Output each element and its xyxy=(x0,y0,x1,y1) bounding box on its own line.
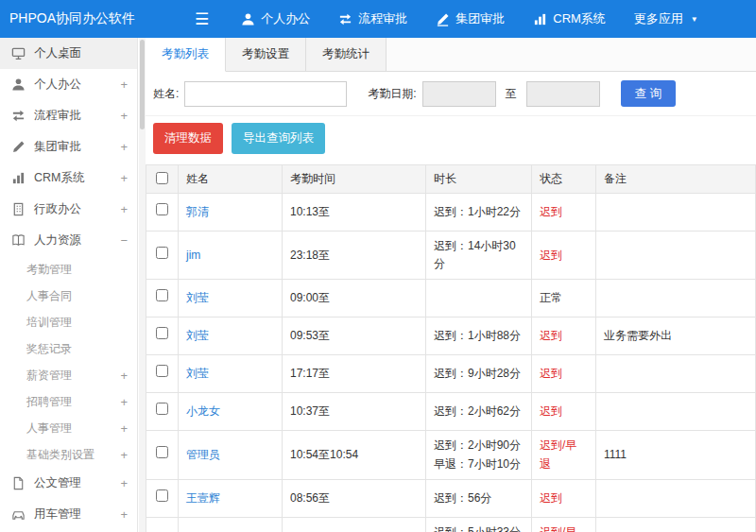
sidebar-subitem-hr-contracts[interactable]: 人事合同 xyxy=(0,283,137,309)
status-cell: 迟到 xyxy=(532,393,596,431)
employee-name-link[interactable]: 刘莹 xyxy=(186,329,209,342)
expand-icon[interactable]: + xyxy=(120,203,128,215)
sidebar-subitem-base-category-settings[interactable]: 基础类别设置 + xyxy=(0,441,137,468)
tab-attendance-settings[interactable]: 考勤设置 xyxy=(226,38,306,71)
row-checkbox[interactable] xyxy=(156,446,168,458)
employee-name-link[interactable]: jim xyxy=(186,249,200,262)
note-cell xyxy=(596,232,756,280)
expand-icon[interactable]: + xyxy=(120,508,128,521)
desktop-icon xyxy=(11,46,26,61)
duration-cell xyxy=(426,280,532,317)
sidebar-subitem-personnel-mgmt[interactable]: 人事管理 + xyxy=(0,415,137,441)
row-checkbox[interactable] xyxy=(156,289,168,301)
expand-icon[interactable]: + xyxy=(120,422,128,435)
select-all-checkbox[interactable] xyxy=(156,172,168,184)
sidebar-item-label: 集团审批 xyxy=(34,139,81,155)
sidebar-subitem-salary-mgmt[interactable]: 薪资管理 + xyxy=(0,362,137,388)
nav-workflow-approval[interactable]: 流程审批 xyxy=(338,10,407,27)
attendance-table: 姓名 考勤时间 时长 状态 备注 郭清 10:13至 迟到：1小时22分 迟到 … xyxy=(146,164,756,532)
nav-more-apps[interactable]: 更多应用 ▼ xyxy=(634,10,698,27)
clear-data-button[interactable]: 清理数据 xyxy=(153,123,223,154)
export-list-button[interactable]: 导出查询列表 xyxy=(232,123,325,154)
sidebar-item-vehicle-mgmt[interactable]: 用车管理 + xyxy=(0,499,137,530)
employee-name-link[interactable]: 小龙女 xyxy=(186,404,220,418)
column-header-time: 考勤时间 xyxy=(283,165,426,194)
nav-label: 更多应用 xyxy=(634,10,683,27)
sidebar-scrollbar[interactable] xyxy=(139,38,146,532)
table-row: 刘莹 09:00至 正常 xyxy=(146,280,756,317)
row-checkbox[interactable] xyxy=(156,403,168,415)
table-header-row: 姓名 考勤时间 时长 状态 备注 xyxy=(146,165,756,194)
nav-label: 集团审批 xyxy=(455,10,505,27)
column-header-duration: 时长 xyxy=(426,165,532,194)
nav-personal-office[interactable]: 个人办公 xyxy=(241,10,310,27)
nav-group-approval[interactable]: 集团审批 xyxy=(436,10,505,27)
expand-icon[interactable]: + xyxy=(120,477,128,489)
attendance-time: 17:17至 xyxy=(283,355,426,393)
scrollbar-thumb[interactable] xyxy=(140,40,145,129)
expand-icon[interactable]: + xyxy=(120,369,128,382)
sidebar-subitem-rewards-records[interactable]: 奖惩记录 xyxy=(0,335,137,362)
search-button[interactable]: 查 询 xyxy=(621,80,676,107)
table-row: 小龙女 10:37至 迟到：2小时62分 迟到 xyxy=(146,393,756,431)
sidebar-subitem-label: 人事管理 xyxy=(26,420,72,437)
expand-icon[interactable]: + xyxy=(120,110,128,122)
sidebar-item-label: 用车管理 xyxy=(34,506,81,523)
nav-label: 个人办公 xyxy=(261,10,310,27)
table-row: 王壹辉 08:56至 迟到：56分 迟到 xyxy=(146,479,756,517)
sidebar-item-desktop[interactable]: 个人桌面 xyxy=(0,38,137,69)
tab-attendance-stats[interactable]: 考勤统计 xyxy=(306,38,387,71)
sidebar-item-workflow-approval[interactable]: 流程审批 + xyxy=(0,100,137,131)
sidebar-item-document-mgmt[interactable]: 公文管理 + xyxy=(0,468,137,499)
duration-cell: 迟到：5小时33分早退：4小时67分 xyxy=(426,517,532,532)
note-cell xyxy=(596,393,756,431)
expand-icon[interactable]: + xyxy=(120,396,128,408)
expand-icon[interactable]: + xyxy=(120,141,128,153)
expand-icon[interactable]: + xyxy=(120,449,128,461)
sidebar-item-crm-system[interactable]: CRM系统 + xyxy=(0,163,137,194)
note-cell xyxy=(596,194,756,232)
row-checkbox[interactable] xyxy=(156,365,168,377)
table-row: 郭清 10:13至 迟到：1小时22分 迟到 xyxy=(146,194,756,232)
row-checkbox[interactable] xyxy=(156,247,168,259)
car-icon xyxy=(11,507,26,523)
employee-name-link[interactable]: 郭清 xyxy=(186,205,209,218)
status-cell: 迟到/早退 xyxy=(532,431,596,479)
date-to-label: 至 xyxy=(506,86,517,102)
sidebar-item-group-approval[interactable]: 集团审批 + xyxy=(0,131,137,163)
attendance-time: 09:53至 xyxy=(283,317,426,355)
employee-name-link[interactable]: 王壹辉 xyxy=(186,491,220,505)
sidebar-item-human-resources[interactable]: 人力资源 − xyxy=(0,225,137,256)
sidebar-item-personal-office[interactable]: 个人办公 + xyxy=(0,69,137,100)
attendance-time: 13:20至13:20 xyxy=(283,517,426,532)
duration-cell: 迟到：2小时90分早退：7小时10分 xyxy=(426,431,532,479)
sidebar-item-label: 人力资源 xyxy=(34,232,81,249)
employee-name-link[interactable]: 刘莹 xyxy=(186,291,209,304)
employee-name-link[interactable]: 刘莹 xyxy=(186,367,209,380)
nav-crm-system[interactable]: CRM系统 xyxy=(533,10,606,27)
employee-name-link[interactable]: 管理员 xyxy=(186,448,220,461)
tab-attendance-list[interactable]: 考勤列表 xyxy=(146,38,226,72)
expand-icon[interactable]: + xyxy=(120,78,128,91)
sidebar-item-admin-office[interactable]: 行政办公 + xyxy=(0,194,137,225)
book-icon xyxy=(11,233,26,249)
collapse-icon[interactable]: − xyxy=(120,234,128,247)
flow-icon xyxy=(11,109,26,124)
edit-icon xyxy=(11,140,26,155)
expand-icon[interactable]: + xyxy=(120,172,128,184)
sidebar-subitem-label: 薪资管理 xyxy=(26,368,72,384)
hamburger-icon[interactable]: ☰ xyxy=(195,11,209,27)
name-filter-input[interactable] xyxy=(184,81,347,107)
sidebar-subitem-attendance-mgmt[interactable]: 考勤管理 xyxy=(0,256,137,283)
status-cell: 迟到 xyxy=(532,317,596,355)
sidebar-subitem-training-mgmt[interactable]: 培训管理 xyxy=(0,309,137,335)
date-to-input[interactable] xyxy=(526,81,600,107)
date-from-input[interactable] xyxy=(422,81,496,107)
row-checkbox[interactable] xyxy=(156,327,168,339)
row-checkbox[interactable] xyxy=(156,203,168,215)
sidebar-subitem-recruit-mgmt[interactable]: 招聘管理 + xyxy=(0,388,137,415)
status-cell: 迟到 xyxy=(532,479,596,517)
attendance-time: 10:13至 xyxy=(283,194,426,232)
row-checkbox[interactable] xyxy=(156,489,168,502)
flow-icon xyxy=(338,12,352,26)
